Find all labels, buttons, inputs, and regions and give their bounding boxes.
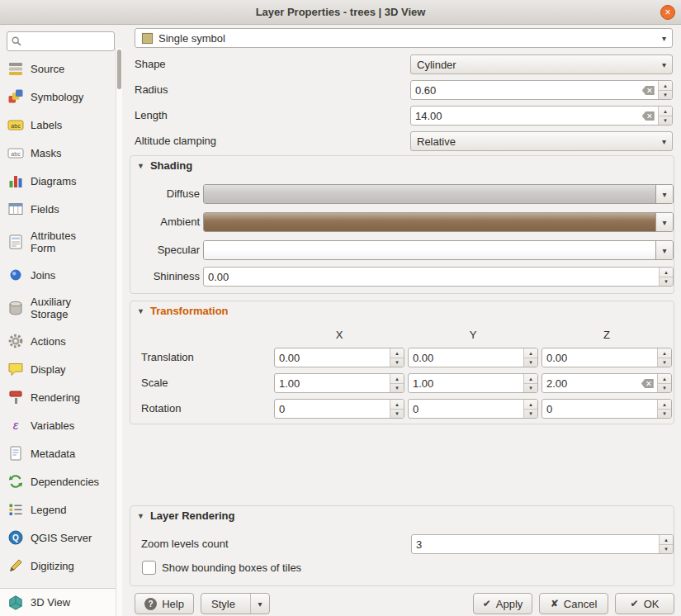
scale-z-field: ▴▾ bbox=[541, 373, 672, 393]
spin-down-icon[interactable]: ▾ bbox=[660, 545, 673, 554]
ok-button[interactable]: ✔ OK bbox=[615, 593, 674, 614]
spin-down-icon[interactable]: ▾ bbox=[524, 410, 537, 419]
spin-down-icon[interactable]: ▾ bbox=[659, 116, 672, 126]
legend-icon bbox=[7, 500, 25, 519]
cancel-icon: ✘ bbox=[551, 599, 559, 609]
sidebar-item-labels[interactable]: abc Labels bbox=[0, 111, 116, 139]
spin-down-icon[interactable]: ▾ bbox=[390, 410, 404, 419]
fields-icon bbox=[7, 200, 25, 218]
spin-up-icon[interactable]: ▴ bbox=[659, 81, 672, 91]
spin-up-icon[interactable]: ▴ bbox=[659, 107, 672, 116]
translation-z-input[interactable] bbox=[542, 348, 657, 367]
rotation-y-input[interactable] bbox=[409, 400, 523, 418]
sidebar-item-legend[interactable]: Legend bbox=[0, 495, 116, 524]
sidebar-item-diagrams[interactable]: Diagrams bbox=[0, 167, 116, 195]
sidebar-item-source[interactable]: Source bbox=[0, 54, 116, 83]
rotation-z-input[interactable] bbox=[542, 400, 657, 418]
spin-up-icon[interactable]: ▴ bbox=[390, 374, 404, 384]
scrollbar-handle[interactable] bbox=[117, 50, 121, 89]
help-icon: ? bbox=[144, 598, 157, 610]
altitude-clamping-label: Altitude clamping bbox=[135, 131, 216, 151]
sidebar-item-actions[interactable]: Actions bbox=[0, 327, 116, 355]
cancel-button[interactable]: ✘ Cancel bbox=[539, 593, 608, 614]
shading-group-title[interactable]: ▼ Shading bbox=[137, 159, 192, 172]
clear-icon[interactable] bbox=[638, 374, 657, 392]
spin-up-icon[interactable]: ▴ bbox=[658, 400, 671, 410]
diffuse-color-button[interactable]: ▾ bbox=[203, 184, 674, 204]
length-input[interactable] bbox=[411, 107, 639, 125]
clear-icon[interactable] bbox=[639, 81, 658, 99]
sidebar-item-variables[interactable]: ε Variables bbox=[0, 411, 116, 439]
close-icon[interactable]: × bbox=[660, 5, 675, 20]
titlebar[interactable]: Layer Properties - trees | 3D View × bbox=[0, 0, 681, 25]
shape-combo[interactable]: Cylinder ▾ bbox=[410, 54, 673, 74]
spin-up-icon[interactable]: ▴ bbox=[658, 348, 671, 358]
spin-down-icon[interactable]: ▾ bbox=[660, 277, 673, 287]
spin-down-icon[interactable]: ▾ bbox=[390, 358, 404, 367]
translation-x-input[interactable] bbox=[275, 348, 390, 367]
spin-down-icon[interactable]: ▾ bbox=[658, 410, 671, 419]
style-button[interactable]: Style ▾ bbox=[201, 593, 270, 614]
sidebar-item-joins[interactable]: Joins bbox=[0, 261, 116, 289]
style-button-label[interactable]: Style bbox=[201, 594, 245, 614]
show-bounding-boxes-label[interactable]: Show bounding boxes of tiles bbox=[162, 558, 301, 578]
sidebar-item-label: Symbology bbox=[31, 91, 83, 103]
clear-icon[interactable] bbox=[639, 107, 658, 125]
sidebar-item-3d-view[interactable]: 3D View bbox=[0, 588, 116, 616]
shininess-field: ▴▾ bbox=[203, 267, 674, 287]
style-dropdown-arrow[interactable]: ▾ bbox=[250, 594, 269, 614]
spin-up-icon[interactable]: ▴ bbox=[524, 348, 537, 358]
help-button-label: Help bbox=[162, 598, 184, 610]
sidebar-item-masks[interactable]: abc Masks bbox=[0, 139, 116, 167]
sidebar-item-symbology[interactable]: Symbology bbox=[0, 83, 116, 111]
transformation-group-title[interactable]: ▼ Transformation bbox=[137, 305, 229, 317]
radius-input[interactable] bbox=[411, 81, 639, 99]
show-bounding-boxes-checkbox[interactable] bbox=[142, 561, 156, 575]
sidebar-item-auxiliary-storage[interactable]: Auxiliary Storage bbox=[0, 289, 116, 327]
sidebar-item-digitizing[interactable]: Digitizing bbox=[0, 552, 116, 580]
altitude-clamping-combo[interactable]: Relative ▾ bbox=[410, 131, 673, 151]
sidebar-item-label: Metadata bbox=[31, 448, 75, 460]
sidebar-item-qgis-server[interactable]: Q QGIS Server bbox=[0, 524, 116, 552]
sidebar-scrollbar[interactable] bbox=[116, 48, 122, 616]
spin-down-icon[interactable]: ▾ bbox=[524, 384, 537, 393]
spin-down-icon[interactable]: ▾ bbox=[659, 91, 672, 100]
spin-down-icon[interactable]: ▾ bbox=[658, 384, 671, 393]
spin-up-icon[interactable]: ▴ bbox=[390, 348, 404, 358]
sidebar-item-metadata[interactable]: Metadata bbox=[0, 439, 116, 467]
sidebar-item-rendering[interactable]: Rendering bbox=[0, 383, 116, 411]
spin-up-icon[interactable]: ▴ bbox=[390, 400, 404, 410]
scale-x-input[interactable] bbox=[275, 374, 390, 392]
spin-up-icon[interactable]: ▴ bbox=[660, 535, 673, 545]
diffuse-color-swatch bbox=[204, 185, 655, 203]
apply-button[interactable]: ✔ Apply bbox=[473, 593, 532, 614]
spin-down-icon[interactable]: ▾ bbox=[658, 358, 671, 367]
sidebar-item-label: Masks bbox=[31, 147, 62, 159]
spin-down-icon[interactable]: ▾ bbox=[524, 358, 537, 367]
search-input[interactable] bbox=[25, 35, 111, 49]
layer-rendering-group-title[interactable]: ▼ Layer Rendering bbox=[137, 509, 235, 522]
spin-down-icon[interactable]: ▾ bbox=[390, 384, 404, 393]
sidebar-item-display[interactable]: Display bbox=[0, 355, 116, 383]
spin-up-icon[interactable]: ▴ bbox=[524, 374, 537, 384]
sidebar-item-label: Source bbox=[31, 63, 64, 75]
sidebar-item-fields[interactable]: Fields bbox=[0, 195, 116, 223]
shininess-input[interactable] bbox=[204, 268, 659, 286]
sidebar-item-attributes-form[interactable]: Attributes Form bbox=[0, 223, 116, 261]
ambient-color-swatch bbox=[204, 213, 655, 231]
translation-y-input[interactable] bbox=[409, 348, 523, 367]
ambient-color-button[interactable]: ▾ bbox=[203, 212, 674, 232]
scale-z-input[interactable] bbox=[542, 374, 638, 392]
symbol-type-combo[interactable]: Single symbol ▾ bbox=[135, 28, 673, 48]
help-button[interactable]: ? Help bbox=[135, 593, 194, 614]
spin-up-icon[interactable]: ▴ bbox=[524, 400, 537, 410]
scale-y-input[interactable] bbox=[409, 374, 523, 392]
rotation-x-input[interactable] bbox=[275, 400, 390, 418]
spin-up-icon[interactable]: ▴ bbox=[658, 374, 671, 384]
sidebar-item-dependencies[interactable]: Dependencies bbox=[0, 467, 116, 495]
zoom-levels-input[interactable] bbox=[412, 535, 659, 553]
specular-color-button[interactable]: ▾ bbox=[203, 240, 674, 260]
labels-icon: abc bbox=[7, 116, 25, 134]
3d-view-icon bbox=[7, 594, 25, 612]
spin-up-icon[interactable]: ▴ bbox=[660, 268, 673, 277]
